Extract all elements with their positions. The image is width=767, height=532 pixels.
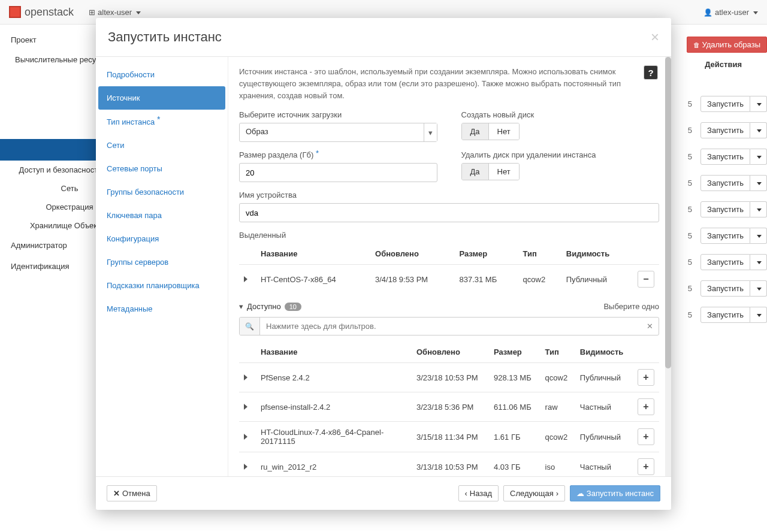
available-label: Доступно: [247, 302, 281, 311]
wizard-step[interactable]: Группы серверов: [96, 250, 228, 274]
toggle-yes[interactable]: Да: [462, 123, 488, 140]
launch-instance-modal: Запустить инстанс × ПодробностиИсточникТ…: [96, 18, 671, 337]
create-volume-toggle[interactable]: Да Нет: [461, 123, 520, 140]
toggle-yes[interactable]: Да: [462, 164, 488, 180]
device-name-input[interactable]: [239, 203, 659, 222]
cell-updated: 3/4/18 9:53 PM: [370, 265, 454, 294]
modal-content: ? Источник инстанса - это шаблон, исполь…: [228, 57, 671, 337]
wizard-step[interactable]: Сети: [96, 134, 228, 157]
create-volume-label: Создать новый диск: [461, 110, 660, 119]
wizard-steps-sidebar: ПодробностиИсточникТип инстанса *СетиСет…: [96, 57, 228, 337]
volume-size-input[interactable]: [239, 163, 437, 182]
wizard-step[interactable]: Подсказки планировщика: [96, 274, 228, 297]
wizard-step[interactable]: Метаданные: [96, 297, 228, 321]
modal-title: Запустить инстанс: [108, 29, 222, 45]
chevron-down-icon[interactable]: ▾: [239, 302, 243, 311]
cell-type: qcow2: [518, 265, 561, 294]
boot-source-label: Выберите источник загрузки: [239, 110, 437, 119]
table-row: HT-CentOS-7-x86_643/4/18 9:53 PM837.31 М…: [239, 265, 659, 294]
scrollbar-thumb[interactable]: [665, 57, 671, 337]
source-description: Источник инстанса - это шаблон, использу…: [239, 66, 659, 102]
wizard-step[interactable]: Тип инстанса *: [96, 110, 228, 134]
wizard-step[interactable]: Источник: [98, 86, 225, 110]
chevron-right-icon[interactable]: [244, 275, 247, 284]
wizard-step[interactable]: Ключевая пара: [96, 204, 228, 227]
toggle-no[interactable]: Нет: [488, 164, 519, 180]
volume-size-label: Размер раздела (Гб) *: [239, 150, 437, 159]
clear-filter-icon[interactable]: ✕: [641, 318, 659, 335]
cell-size: 837.31 МБ: [454, 265, 518, 294]
col-visibility: Видимость: [561, 243, 633, 265]
help-icon[interactable]: ?: [644, 65, 658, 80]
search-icon[interactable]: [240, 318, 260, 335]
delete-on-terminate-toggle[interactable]: Да Нет: [461, 163, 520, 180]
col-type: Тип: [518, 243, 561, 265]
scrollbar[interactable]: [665, 57, 671, 337]
cell-name: HT-CentOS-7-x86_64: [256, 265, 370, 294]
col-size: Размер: [454, 243, 518, 265]
close-icon[interactable]: ×: [651, 29, 659, 46]
col-name: Название: [256, 243, 370, 265]
toggle-no[interactable]: Нет: [488, 123, 519, 140]
wizard-step[interactable]: Сетевые порты: [96, 157, 228, 180]
device-name-label: Имя устройства: [239, 191, 659, 200]
modal-header: Запустить инстанс ×: [96, 18, 671, 57]
boot-source-select[interactable]: Образ: [239, 123, 437, 142]
select-one-hint: Выберите одно: [603, 302, 659, 311]
filter-input[interactable]: [260, 318, 641, 335]
remove-button[interactable]: −: [638, 271, 654, 288]
col-updated: Обновлено: [370, 243, 454, 265]
delete-on-terminate-label: Удалить диск при удалении инстанса: [461, 150, 660, 159]
filter-bar: ✕: [239, 317, 659, 335]
wizard-step[interactable]: Подробности: [96, 63, 228, 86]
wizard-step[interactable]: Группы безопасности: [96, 180, 228, 204]
allocated-label: Выделенный: [239, 231, 659, 240]
wizard-step[interactable]: Конфигурация: [96, 227, 228, 250]
allocated-table: Название Обновлено Размер Тип Видимость …: [239, 243, 659, 294]
cell-visibility: Публичный: [561, 265, 633, 294]
available-count-badge: 10: [285, 303, 301, 311]
